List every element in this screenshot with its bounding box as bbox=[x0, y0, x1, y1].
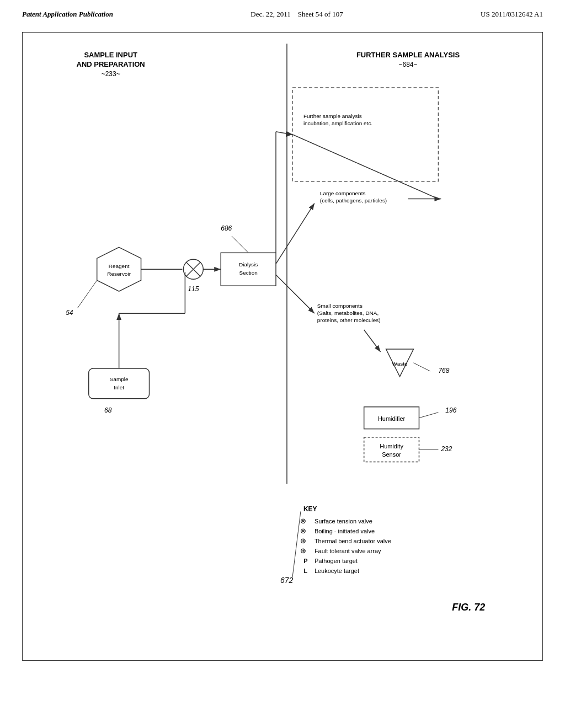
key-symbol-5: P bbox=[303, 558, 307, 564]
right-section-ref: ~684~ bbox=[399, 61, 418, 68]
main-diagram: SAMPLE INPUT AND PREPARATION ~233~ FURTH… bbox=[22, 32, 543, 661]
reagent-reservoir-label2: Reservoir bbox=[107, 271, 131, 277]
sample-inlet-ref: 68 bbox=[104, 406, 112, 414]
key-label-6: Leukocyte target bbox=[315, 568, 359, 574]
key-symbol-6: L bbox=[304, 568, 308, 574]
waste-ref: 768 bbox=[438, 367, 449, 374]
svg-line-10 bbox=[276, 204, 315, 264]
left-section-title: SAMPLE INPUT bbox=[84, 51, 137, 59]
svg-line-1 bbox=[78, 280, 97, 308]
large-components-label: Large components bbox=[320, 190, 366, 196]
waste-label: Waste bbox=[392, 361, 408, 367]
key-symbol-3: ⊕ bbox=[300, 537, 306, 545]
humidity-sensor-shape bbox=[364, 437, 419, 462]
svg-line-12 bbox=[276, 275, 315, 313]
diagram-svg: SAMPLE INPUT AND PREPARATION ~233~ FURTH… bbox=[23, 33, 542, 660]
key-title: KEY bbox=[303, 505, 317, 513]
svg-line-14 bbox=[413, 363, 430, 371]
humidifier-ref: 196 bbox=[445, 406, 456, 414]
svg-line-13 bbox=[364, 330, 381, 352]
small-components-label3: proteins, other molecules) bbox=[317, 317, 381, 323]
sample-inlet-label: Sample bbox=[110, 376, 129, 382]
dialysis-label: Dialysis bbox=[239, 261, 258, 267]
further-analysis-label: Further sample analysis bbox=[303, 113, 362, 119]
svg-line-21 bbox=[276, 132, 292, 135]
humidity-sensor-label: Humidity bbox=[380, 443, 403, 449]
sample-inlet-label2: Inlet bbox=[114, 384, 124, 390]
key-label-3: Thermal bend actuator valve bbox=[315, 538, 391, 544]
svg-line-20 bbox=[292, 135, 438, 199]
svg-line-18 bbox=[292, 511, 301, 577]
svg-line-16 bbox=[419, 413, 438, 418]
fig-label: FIG. 72 bbox=[452, 602, 485, 613]
key-ref: 672 bbox=[280, 576, 294, 585]
key-symbol-1: ⊗ bbox=[300, 517, 306, 525]
further-analysis-box bbox=[292, 88, 438, 181]
valve-ref: 115 bbox=[188, 285, 199, 293]
right-section-title: FURTHER SAMPLE ANALYSIS bbox=[356, 51, 460, 59]
sample-inlet-shape bbox=[89, 368, 150, 399]
reagent-ref: 54 bbox=[66, 309, 73, 317]
key-label-2: Boiling - initiated valve bbox=[315, 528, 375, 534]
svg-line-9 bbox=[232, 236, 248, 253]
header-right: US 2011/0312642 A1 bbox=[481, 10, 543, 19]
left-section-ref: ~233~ bbox=[102, 70, 120, 78]
reagent-reservoir-label: Reagent bbox=[109, 263, 130, 269]
further-analysis-label2: incubation, amplification etc. bbox=[303, 120, 372, 126]
dialysis-ref: 686 bbox=[221, 224, 232, 232]
key-symbol-4: ⊕ bbox=[300, 547, 306, 555]
humidifier-label: Humidifier bbox=[378, 415, 406, 422]
key-symbol-2: ⊗ bbox=[300, 527, 306, 535]
small-components-label: Small components bbox=[317, 303, 363, 309]
key-label-4: Fault tolerant valve array bbox=[315, 548, 381, 554]
left-section-title2: AND PREPARATION bbox=[77, 60, 145, 68]
key-label-5: Pathogen target bbox=[315, 558, 358, 564]
humidity-sensor-ref: 232 bbox=[440, 445, 452, 453]
small-components-label2: (Salts, metabolites, DNA, bbox=[317, 310, 379, 316]
dialysis-label2: Section bbox=[239, 270, 257, 276]
page-header: Patent Application Publication Dec. 22, … bbox=[0, 0, 565, 19]
large-components-label2: (cells, pathogens, particles) bbox=[320, 197, 387, 204]
humidity-sensor-label2: Sensor bbox=[382, 451, 401, 458]
header-left: Patent Application Publication bbox=[22, 10, 113, 19]
key-label-1: Surface tension valve bbox=[315, 518, 372, 524]
header-center: Dec. 22, 2011 Sheet 54 of 107 bbox=[250, 10, 343, 19]
